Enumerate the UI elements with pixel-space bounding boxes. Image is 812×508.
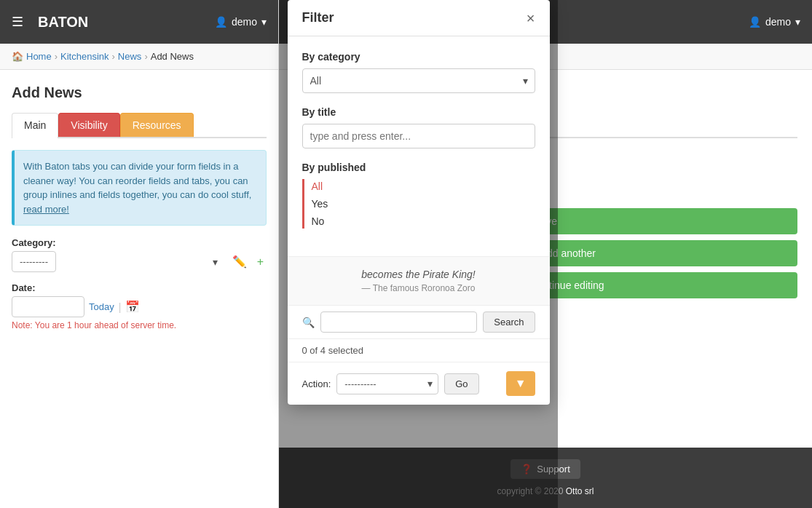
tab-resources[interactable]: Resources bbox=[120, 113, 194, 137]
filter-published-yes[interactable]: Yes bbox=[312, 197, 535, 211]
date-input[interactable] bbox=[12, 296, 84, 317]
category-select-wrapper: --------- bbox=[12, 251, 225, 272]
selected-count: 0 of 4 selected bbox=[288, 338, 550, 362]
filter-title-input[interactable] bbox=[302, 124, 535, 148]
action-label: Action: bbox=[302, 378, 331, 389]
filter-published-all[interactable]: All bbox=[312, 179, 535, 194]
filter-published-no[interactable]: No bbox=[312, 214, 535, 229]
tab-main[interactable]: Main bbox=[12, 113, 58, 138]
left-username: demo bbox=[232, 16, 257, 28]
left-brand: BATON bbox=[32, 14, 88, 31]
breadcrumb-home-label: Home bbox=[26, 51, 52, 62]
date-today-link[interactable]: Today bbox=[89, 301, 114, 312]
left-breadcrumb: 🏠 Home › Kitchensink › News › Add News bbox=[0, 44, 278, 70]
right-user-menu[interactable]: 👤 demo ▾ bbox=[749, 16, 800, 28]
action-bar: Action: ---------- Go ▼ bbox=[288, 362, 550, 405]
category-select[interactable]: --------- bbox=[12, 251, 56, 272]
category-add-btn[interactable]: + bbox=[254, 254, 267, 270]
left-page-title: Add News bbox=[12, 84, 267, 101]
right-username: demo bbox=[765, 16, 791, 28]
date-row: Today | 📅 bbox=[12, 296, 267, 317]
left-user-chevron: ▾ bbox=[261, 16, 267, 28]
filter-modal: Filter × By category All By title bbox=[288, 0, 550, 405]
right-user-icon: 👤 bbox=[749, 16, 761, 28]
category-edit-btn[interactable]: ✏️ bbox=[229, 253, 250, 270]
date-label: Date: bbox=[12, 282, 267, 293]
info-box-text: With Baton tabs you can divide your form… bbox=[23, 161, 251, 200]
action-select-wrapper: ---------- bbox=[336, 373, 438, 394]
tab-visibility[interactable]: Visibility bbox=[58, 113, 119, 137]
date-note: Note: You are 1 hour ahead of server tim… bbox=[12, 320, 267, 330]
filter-category-select[interactable]: All bbox=[302, 68, 535, 93]
breadcrumb-sep3: › bbox=[144, 51, 147, 62]
left-content: Add News Main Visibility Resources With … bbox=[0, 70, 278, 508]
date-group: Date: Today | 📅 Note: You are 1 hour ahe… bbox=[12, 282, 267, 330]
category-group: Category: --------- ✏️ + bbox=[12, 237, 267, 272]
go-button[interactable]: Go bbox=[444, 373, 478, 394]
search-bar: 🔍 Search bbox=[288, 305, 550, 338]
breadcrumb-current: Add News bbox=[151, 51, 194, 62]
breadcrumb-news-link[interactable]: News bbox=[118, 51, 142, 62]
filter-title-label: By title bbox=[302, 106, 535, 118]
filter-radio-group: All Yes No bbox=[302, 179, 535, 229]
quote-section: becomes the Pirate King! — The famous Ro… bbox=[288, 256, 550, 305]
left-logo-text: BATON bbox=[38, 14, 88, 31]
modal-body: By category All By title By published bbox=[288, 36, 550, 256]
company-link[interactable]: Otto srl bbox=[566, 486, 594, 496]
hamburger-icon[interactable]: ☰ bbox=[12, 14, 23, 30]
breadcrumb-sep1: › bbox=[55, 51, 58, 62]
filter-published-label: By published bbox=[302, 162, 535, 173]
breadcrumb-kitchensink-link[interactable]: Kitchensink bbox=[60, 51, 109, 62]
modal-header: Filter × bbox=[288, 0, 550, 36]
filter-category-label: By category bbox=[302, 51, 535, 63]
user-icon: 👤 bbox=[215, 16, 227, 28]
filter-published-group: By published All Yes No bbox=[302, 162, 535, 229]
left-user-menu[interactable]: 👤 demo ▾ bbox=[215, 16, 267, 28]
action-select[interactable]: ---------- bbox=[336, 373, 438, 394]
category-row: --------- ✏️ + bbox=[12, 251, 267, 272]
left-tabs: Main Visibility Resources bbox=[12, 113, 267, 138]
search-button[interactable]: Search bbox=[483, 311, 535, 333]
quote-text: becomes the Pirate King! bbox=[302, 269, 535, 280]
filter-category-group: By category All bbox=[302, 51, 535, 93]
filter-active-btn[interactable]: ▼ bbox=[506, 371, 535, 396]
modal-title: Filter bbox=[302, 10, 334, 25]
info-box-link[interactable]: read more! bbox=[23, 204, 69, 215]
modal-close-btn[interactable]: × bbox=[527, 11, 535, 25]
filter-category-select-wrapper: All bbox=[302, 68, 535, 93]
breadcrumb-sep2: › bbox=[112, 51, 115, 62]
right-user-chevron: ▾ bbox=[795, 16, 800, 28]
category-label: Category: bbox=[12, 237, 267, 248]
filter-title-group: By title bbox=[302, 106, 535, 148]
home-icon: 🏠 bbox=[12, 51, 23, 62]
calendar-icon[interactable]: 📅 bbox=[125, 300, 140, 314]
modal-overlay: Filter × By category All By title bbox=[279, 0, 558, 508]
search-icon-btn[interactable]: 🔍 bbox=[302, 317, 315, 328]
search-input[interactable] bbox=[320, 311, 478, 333]
date-pipe: | bbox=[119, 301, 122, 313]
breadcrumb-home-link[interactable]: 🏠 Home bbox=[12, 51, 52, 62]
info-box: With Baton tabs you can divide your form… bbox=[12, 150, 267, 226]
quote-author: — The famous Roronoa Zoro bbox=[302, 283, 535, 293]
left-navbar: ☰ BATON 👤 demo ▾ bbox=[0, 0, 278, 44]
